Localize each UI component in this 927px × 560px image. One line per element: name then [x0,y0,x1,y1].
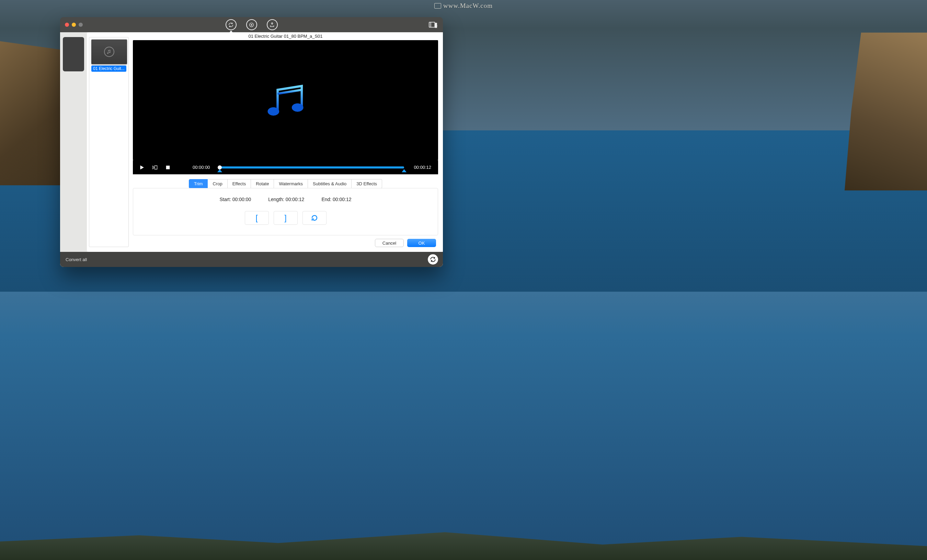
trim-start-label: Start: 00:00:00 [219,197,251,202]
disc-mode-button[interactable] [246,19,257,30]
watermark: www.MacW.com [434,2,493,10]
trim-length-label: Length: 00:00:12 [268,197,304,202]
left-rail-thumb [63,37,84,71]
monitor-icon [434,3,441,9]
reset-trim-button[interactable] [302,211,327,225]
edit-tabs: Trim Crop Effects Rotate Watermarks Subt… [133,179,438,188]
svg-point-4 [292,103,303,112]
share-mode-button[interactable] [267,19,278,30]
convert-all-label: Convert all [65,257,87,262]
window-minimize-button[interactable] [72,23,76,27]
window-body: Convert all 01 Electric Guit... 01 Elect… [60,32,443,267]
mode-switcher [226,19,278,30]
convert-button[interactable] [428,254,438,264]
tab-watermarks[interactable]: Watermarks [274,179,308,188]
titlebar [60,17,443,32]
stop-button[interactable] [164,164,171,171]
tab-rotate[interactable]: Rotate [251,179,274,188]
refresh-icon [228,22,234,28]
bracket-open-icon: [ [255,213,258,223]
app-window: Convert all 01 Electric Guit... 01 Elect… [60,17,443,267]
dialog-buttons: Cancel OK [133,239,436,247]
window-controls [65,23,83,27]
stop-icon [165,164,171,170]
trim-buttons: [ ] [245,211,327,225]
trim-times: Start: 00:00:00 Length: 00:00:12 End: 00… [219,197,351,202]
clip-list: 01 Electric Guit... [89,37,129,247]
queue-icon [429,21,438,29]
refresh-icon [430,256,436,263]
preview-area [133,40,438,160]
reset-icon [310,214,319,222]
set-end-button[interactable]: ] [274,211,298,225]
svg-rect-5 [166,165,170,169]
cancel-button[interactable]: Cancel [375,239,404,247]
disc-icon [249,22,254,28]
trim-marker-end[interactable] [402,169,407,172]
trim-panel: Start: 00:00:00 Length: 00:00:12 End: 00… [133,188,438,235]
file-title: 01 Electric Guitar 01_80 BPM_a_S01 [133,33,438,39]
trim-marker-start[interactable] [217,169,222,172]
seek-track[interactable] [220,167,404,168]
queue-button[interactable] [429,21,438,29]
play-button[interactable] [138,164,145,171]
time-elapsed: 00:00:00 [193,165,210,170]
player-bar: 00:00:00 00:00:12 [133,160,438,174]
footer-bar: Convert all [60,252,443,267]
tab-crop[interactable]: Crop [208,179,227,188]
tab-3d-effects[interactable]: 3D Effects [351,179,382,188]
set-start-button[interactable]: [ [245,211,269,225]
svg-rect-2 [429,22,435,27]
svg-point-1 [251,24,252,26]
window-close-button[interactable] [65,23,69,27]
convert-mode-button[interactable] [226,19,237,30]
tab-subtitles-audio[interactable]: Subtitles & Audio [308,179,351,188]
bracket-close-icon: ] [284,213,287,223]
left-rail [60,32,87,252]
step-button[interactable] [151,164,158,171]
share-icon [269,22,275,28]
ok-button[interactable]: OK [407,239,436,247]
background-mountain [0,529,927,560]
music-note-icon [104,47,114,57]
window-zoom-button[interactable] [79,23,83,27]
main-column: 01 Electric Guitar 01_80 BPM_a_S01 [133,33,438,247]
tab-effects[interactable]: Effects [228,179,251,188]
trim-end-label: End: 00:00:12 [321,197,351,202]
music-artwork-icon [260,79,312,121]
tab-trim[interactable]: Trim [189,179,208,188]
clip-label: 01 Electric Guit... [91,65,126,72]
clip-thumbnail [91,39,127,64]
clip-item[interactable]: 01 Electric Guit... [91,39,126,72]
film-step-icon [152,164,158,170]
editor-panel: 01 Electric Guit... 01 Electric Guitar 0… [87,32,443,252]
svg-point-3 [267,108,279,115]
watermark-text: www.MacW.com [443,2,493,10]
play-icon [139,164,145,170]
time-total: 00:00:12 [414,165,431,170]
background-rock-right [845,33,927,190]
